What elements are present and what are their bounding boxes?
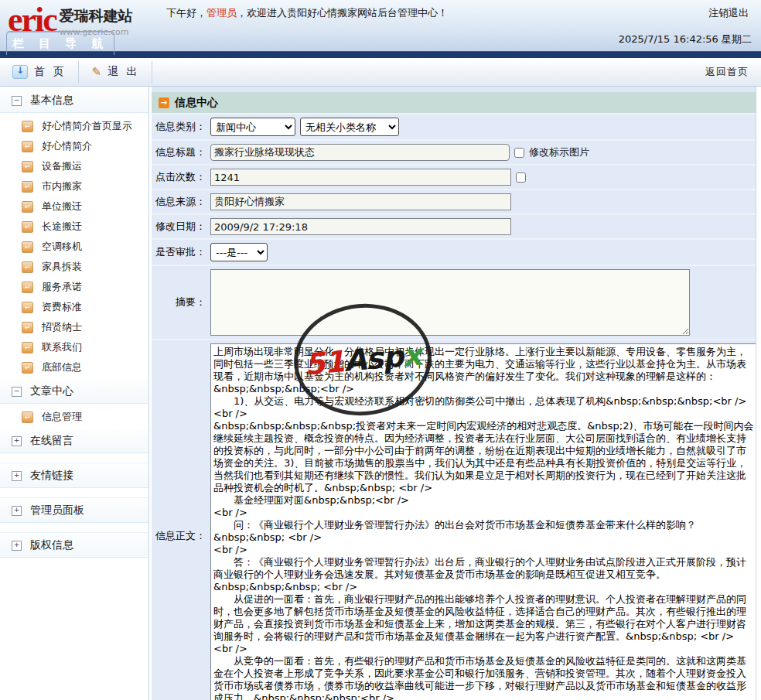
clicks-label: 点击次数： <box>152 166 206 189</box>
source-input[interactable] <box>210 193 511 210</box>
sidebar-section-copyright[interactable]: 版权信息 <box>0 532 148 558</box>
form-row-source: 信息来源： <box>152 190 756 215</box>
greeting-suffix: ，欢迎进入贵阳好心情搬家网站后台管理中心！ <box>237 7 448 19</box>
toolbar: ↓ 首 页 ✎ 退 出 返回首页 <box>0 58 761 87</box>
category-main-select[interactable]: 新闻中心 <box>210 118 295 136</box>
category-sub-select[interactable]: 无相关小类名称 <box>300 118 399 136</box>
abstract-textarea[interactable] <box>210 269 690 336</box>
form-row-modify-date: 修改日期： <box>152 215 756 240</box>
source-label: 信息来源： <box>152 190 206 213</box>
toolbar-separator <box>152 61 152 83</box>
sidebar-item-fee-standard[interactable]: ↵资费标准 <box>0 297 148 317</box>
home-button[interactable]: ↓ 首 页 <box>0 58 78 86</box>
content-panel: → 信息中心 信息类别： 新闻中心 无相关小类名称 信息标题： 修改标示图片 <box>152 87 756 700</box>
sidebar-section-label: 文章中心 <box>30 384 73 398</box>
panel-title: 信息中心 <box>175 96 218 110</box>
sidebar-item-equipment-moving[interactable]: ↵设备搬运 <box>0 156 148 176</box>
arrow-icon: ↵ <box>22 322 33 333</box>
greeting-text: 下午好，管理员，欢迎进入贵阳好心情搬家网站后台管理中心！ <box>166 6 448 20</box>
sidebar-section-label: 版权信息 <box>30 538 73 552</box>
sidebar-section-guestbook[interactable]: 在线留言 <box>0 429 148 453</box>
message-arrow-icon: → <box>159 97 169 108</box>
logo-cn-name: 爱瑞科建站 <box>60 6 133 26</box>
expand-icon[interactable] <box>12 471 22 481</box>
sidebar-section-basic-info[interactable]: 基本信息 <box>0 88 148 113</box>
arrow-icon: ↵ <box>22 181 33 193</box>
sidebar-item-intro[interactable]: ↵好心情简介 <box>0 136 148 156</box>
abstract-label: 摘要： <box>152 291 206 314</box>
sidebar-section-label: 友情链接 <box>30 469 73 483</box>
arrow-icon: ↵ <box>22 411 33 423</box>
arrow-icon: ↵ <box>22 121 33 132</box>
sidebar-item-office-relocation[interactable]: ↵单位搬迁 <box>0 196 148 217</box>
modify-image-label: 修改标示图片 <box>529 145 589 159</box>
arrow-icon: ↵ <box>22 362 33 374</box>
sidebar-item-contact-us[interactable]: ↵联系我们 <box>0 337 148 357</box>
sidebar-item-city-moving[interactable]: ↵市内搬家 <box>0 176 148 196</box>
page: eric 爱瑞科建站 www.gzeric.com 下午好，管理员，欢迎进入贵阳… <box>0 0 761 700</box>
modify-image-checkbox[interactable] <box>514 148 524 158</box>
sidebar-item-info-management[interactable]: ↵信息管理 <box>0 407 148 427</box>
form-row-approve: 是否审批： ---是--- <box>152 240 756 266</box>
sidebar-section-label: 管理员面板 <box>30 504 84 517</box>
sidebar-items-article-center: ↵信息管理 <box>0 404 148 429</box>
sidebar: 基本信息 ↵好心情简介首页显示 ↵好心情简介 ↵设备搬运 ↵市内搬家 ↵单位搬迁… <box>0 87 149 700</box>
approve-label: 是否审批： <box>152 241 206 264</box>
sidebar-item-furniture[interactable]: ↵家具拆装 <box>0 257 148 277</box>
greeting-username[interactable]: 管理员 <box>206 7 237 19</box>
clicks-input[interactable] <box>210 169 511 186</box>
arrow-icon: ↵ <box>22 282 33 293</box>
greeting-prefix: 下午好， <box>166 7 206 19</box>
app-header: eric 爱瑞科建站 www.gzeric.com 下午好，管理员，欢迎进入贵阳… <box>0 0 761 51</box>
title-label: 信息标题： <box>152 141 206 164</box>
arrow-icon: ↵ <box>22 241 33 253</box>
sidebar-section-admin-panel[interactable]: 管理员面板 <box>0 497 148 523</box>
datetime-text: 2025/7/15 16:42:56 星期二 <box>619 32 752 46</box>
arrow-icon: ↵ <box>22 302 33 313</box>
expand-icon[interactable] <box>12 436 22 446</box>
exit-button-label: 退 出 <box>107 65 139 79</box>
title-input[interactable] <box>210 144 510 161</box>
form-row-abstract: 摘要： <box>152 266 756 340</box>
form-row-body: 信息正文： 上周市场出现非常明显分化，分化格局中初步体现出一定行业脉络。上涨行业… <box>152 340 756 700</box>
sidebar-item-intro-homepage[interactable]: ↵好心情简介首页显示 <box>0 116 148 136</box>
sidebar-items-basic-info: ↵好心情简介首页显示 ↵好心情简介 ↵设备搬运 ↵市内搬家 ↵单位搬迁 ↵长途搬… <box>0 113 148 379</box>
sidebar-section-article-center[interactable]: 文章中心 <box>0 379 148 404</box>
expand-icon[interactable] <box>12 506 22 516</box>
body-label: 信息正文： <box>152 524 206 548</box>
sidebar-item-recruitment[interactable]: ↵招贤纳士 <box>0 317 148 337</box>
panel-title-bar: → 信息中心 <box>152 92 756 114</box>
arrow-icon: ↵ <box>22 201 33 213</box>
sidebar-item-ac-relocation[interactable]: ↵空调移机 <box>0 237 148 257</box>
sidebar-item-footer-info[interactable]: ↵底部信息 <box>0 357 148 377</box>
arrow-icon: ↵ <box>22 221 33 233</box>
logout-link[interactable]: 注销退出 <box>708 6 749 20</box>
sidebar-section-label: 在线留言 <box>30 434 73 448</box>
pencil-icon: ✎ <box>91 65 101 79</box>
clicks-checkbox[interactable] <box>516 172 526 183</box>
body-textarea[interactable]: 上周市场出现非常明显分化，分化格局中初步体现出一定行业脉络。上涨行业主要以新能源… <box>210 343 756 700</box>
nav-tab-column-navigation[interactable]: 栏 目 导 航 <box>6 31 114 55</box>
exit-button[interactable]: ✎ 退 出 <box>79 58 152 86</box>
expand-icon[interactable] <box>12 541 22 551</box>
modify-date-input[interactable] <box>210 218 511 235</box>
arrow-icon: ↵ <box>22 261 33 273</box>
form-row-clicks: 点击次数： <box>152 166 756 190</box>
collapse-icon[interactable] <box>12 96 22 106</box>
back-home-link[interactable]: 返回首页 <box>705 65 749 79</box>
arrow-icon: ↵ <box>22 141 33 152</box>
sidebar-item-long-distance[interactable]: ↵长途搬迁 <box>0 217 148 237</box>
arrow-icon: ↵ <box>22 342 33 353</box>
collapse-icon[interactable] <box>12 387 22 397</box>
approve-select[interactable]: ---是--- <box>210 243 268 261</box>
sidebar-item-service-promise[interactable]: ↵服务承诺 <box>0 277 148 297</box>
sidebar-section-label: 基本信息 <box>30 94 73 108</box>
form-row-title: 信息标题： 修改标示图片 <box>152 141 756 166</box>
form-row-category: 信息类别： 新闻中心 无相关小类名称 <box>152 114 756 141</box>
category-label: 信息类别： <box>152 115 206 138</box>
home-button-label: 首 页 <box>34 65 66 79</box>
modify-date-label: 修改日期： <box>152 215 206 238</box>
arrow-icon: ↵ <box>22 161 33 172</box>
main-area: 基本信息 ↵好心情简介首页显示 ↵好心情简介 ↵设备搬运 ↵市内搬家 ↵单位搬迁… <box>0 87 761 700</box>
sidebar-section-friend-links[interactable]: 友情链接 <box>0 463 148 488</box>
